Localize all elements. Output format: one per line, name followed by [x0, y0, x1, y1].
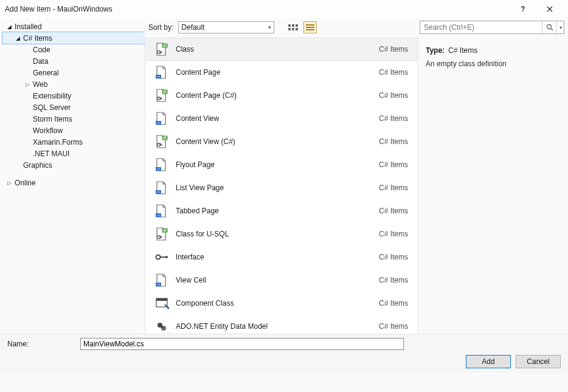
- page-xaml-icon: [149, 157, 175, 172]
- tree-graphics[interactable]: Graphics: [2, 159, 145, 171]
- tree-sql-server[interactable]: SQL Server: [2, 101, 145, 113]
- component-icon: [149, 296, 175, 311]
- template-item-category: C# Items: [379, 207, 408, 215]
- template-item-category: C# Items: [379, 253, 408, 261]
- class-icon: [149, 227, 175, 241]
- search-icon: [546, 24, 553, 31]
- template-item-name: Content View: [175, 114, 379, 123]
- template-item[interactable]: Class for U-SQLC# Items: [145, 222, 418, 246]
- template-tree: ◢Installed ◢C# Items Code Data General ▷…: [0, 18, 145, 334]
- template-item[interactable]: Content View (C#)C# Items: [145, 130, 418, 153]
- tree-online[interactable]: ▷Online: [2, 177, 145, 188]
- tree-xamarin-forms[interactable]: Xamarin.Forms: [2, 136, 145, 148]
- chevron-right-icon: ▷: [23, 80, 32, 89]
- name-input[interactable]: [80, 338, 404, 350]
- main-area: ◢Installed ◢C# Items Code Data General ▷…: [0, 18, 568, 334]
- details-pane: Type: C# Items An empty class definition: [418, 38, 568, 334]
- view-grid-button[interactable]: [286, 21, 300, 33]
- template-item[interactable]: ClassC# Items: [145, 38, 418, 61]
- sort-by-label: Sort by:: [148, 23, 175, 32]
- chevron-down-icon: ▾: [268, 24, 271, 30]
- page-cs-icon: [149, 134, 175, 149]
- tree-dotnet-maui[interactable]: .NET MAUI: [2, 148, 145, 159]
- template-item[interactable]: Content PageC# Items: [145, 61, 418, 84]
- template-item-name: List View Page: [175, 184, 379, 192]
- sort-by-value: Default: [181, 23, 204, 32]
- template-item-name: ADO.NET Entity Data Model: [175, 322, 379, 331]
- chevron-down-icon: ◢: [5, 22, 13, 31]
- template-item-category: C# Items: [379, 45, 408, 53]
- tree-extensibility[interactable]: Extensibility: [2, 90, 145, 101]
- template-item-name: Flyout Page: [175, 160, 379, 169]
- type-value: C# Items: [448, 46, 477, 55]
- ado-icon: [149, 319, 175, 334]
- tree-code[interactable]: Code: [2, 44, 145, 55]
- template-item-name: Component Class: [175, 299, 379, 308]
- template-item[interactable]: InterfaceC# Items: [145, 246, 418, 269]
- tree-cs-items[interactable]: ◢C# Items Code Data General ▷Web Extensi…: [2, 32, 145, 159]
- page-xaml-icon: [149, 273, 175, 287]
- page-xaml-icon: [149, 65, 175, 80]
- template-item-name: Content Page (C#): [175, 91, 379, 100]
- sort-by-select[interactable]: Default ▾: [178, 21, 274, 33]
- template-item-name: Content View (C#): [175, 137, 379, 146]
- toolbar: Sort by: Default ▾ ▾: [145, 18, 568, 38]
- view-list-button[interactable]: [303, 21, 317, 33]
- template-item-category: C# Items: [379, 322, 408, 331]
- class-icon: [149, 42, 175, 57]
- template-list: ClassC# ItemsContent PageC# ItemsContent…: [145, 38, 418, 334]
- tree-workflow[interactable]: Workflow: [2, 125, 145, 136]
- page-cs-icon: [149, 88, 175, 103]
- close-button[interactable]: [536, 0, 563, 18]
- type-description: An empty class definition: [426, 60, 561, 68]
- template-item[interactable]: List View PageC# Items: [145, 176, 418, 199]
- template-item[interactable]: Content ViewC# Items: [145, 107, 418, 130]
- tree-installed[interactable]: ◢Installed ◢C# Items Code Data General ▷…: [2, 21, 145, 171]
- template-item-name: View Cell: [175, 276, 379, 284]
- template-item-category: C# Items: [379, 137, 408, 146]
- page-xaml-icon: [149, 181, 175, 195]
- template-item-category: C# Items: [379, 184, 408, 192]
- search-dropdown[interactable]: ▾: [556, 21, 564, 33]
- search-button[interactable]: [542, 21, 556, 33]
- tree-data[interactable]: Data: [2, 55, 145, 67]
- template-item-name: Content Page: [175, 68, 379, 77]
- chevron-down-icon: ◢: [13, 34, 22, 43]
- add-button[interactable]: Add: [466, 355, 511, 368]
- template-item-name: Tabbed Page: [175, 207, 379, 215]
- template-item-category: C# Items: [379, 68, 408, 77]
- help-button[interactable]: ?: [510, 0, 536, 18]
- svg-point-0: [547, 25, 551, 29]
- search-box[interactable]: ▾: [420, 21, 564, 34]
- template-item-name: Class for U-SQL: [175, 230, 379, 238]
- template-item-category: C# Items: [379, 114, 408, 123]
- cancel-button[interactable]: Cancel: [516, 355, 561, 368]
- template-item[interactable]: Tabbed PageC# Items: [145, 199, 418, 222]
- template-item[interactable]: ADO.NET Entity Data ModelC# Items: [145, 315, 418, 334]
- template-item-category: C# Items: [379, 276, 408, 284]
- page-xaml-icon: [149, 204, 175, 218]
- close-icon: [547, 6, 553, 12]
- template-item-category: C# Items: [379, 160, 408, 169]
- tree-storm-items[interactable]: Storm Items: [2, 113, 145, 125]
- interface-icon: [149, 250, 175, 264]
- search-input[interactable]: [420, 23, 542, 32]
- window-title: Add New Item - MauiOnWindows: [5, 5, 510, 13]
- tree-general[interactable]: General: [2, 67, 145, 78]
- name-label: Name:: [7, 340, 75, 348]
- page-xaml-icon: [149, 111, 175, 126]
- titlebar: Add New Item - MauiOnWindows ?: [0, 0, 568, 18]
- template-item[interactable]: Flyout PageC# Items: [145, 153, 418, 176]
- template-item-category: C# Items: [379, 299, 408, 308]
- template-item-category: C# Items: [379, 230, 408, 238]
- chevron-right-icon: ▷: [5, 179, 13, 187]
- template-item-name: Class: [175, 45, 379, 53]
- type-label: Type:: [426, 46, 445, 55]
- template-item[interactable]: Component ClassC# Items: [145, 292, 418, 315]
- tree-web[interactable]: ▷Web: [2, 78, 145, 90]
- template-item-category: C# Items: [379, 91, 408, 100]
- footer: Name: Add Cancel: [0, 334, 568, 373]
- template-item[interactable]: Content Page (C#)C# Items: [145, 84, 418, 107]
- template-item-name: Interface: [175, 253, 379, 261]
- template-item[interactable]: View CellC# Items: [145, 269, 418, 292]
